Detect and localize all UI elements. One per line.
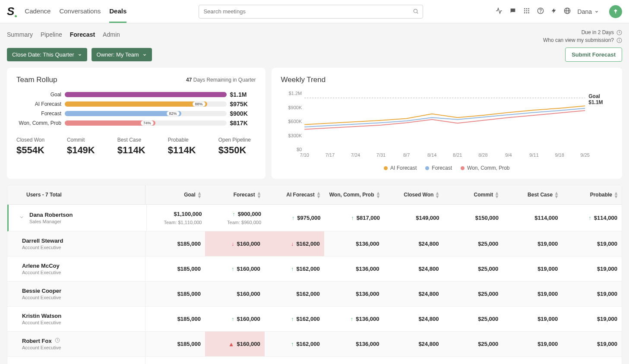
svg-text:7/10: 7/10 [300,152,309,158]
arrow-down-icon: ↓ [231,241,234,247]
table-row[interactable]: Robert Fox Account Executive$185,000▲$16… [7,332,622,357]
topbar: S CadenceConversationsDeals Dana [0,0,629,23]
subnav-pipeline[interactable]: Pipeline [41,29,62,40]
table-row[interactable]: Bessie CooperAccount Executive$185,000$1… [7,282,622,307]
data-cell: ↑$160,000 [205,357,265,364]
column-header[interactable]: Commit▴▾ [443,185,503,204]
rollup-card: Team Rollup 47 Days Remaining in Quarter… [7,68,266,179]
rollup-label: Goal [16,92,61,98]
logo[interactable]: S [7,5,16,18]
data-cell: $25,000 [443,332,503,356]
svg-text:9/11: 9/11 [529,152,538,158]
svg-point-12 [540,12,540,13]
column-header[interactable]: Best Case▴▾ [503,185,562,204]
search-icon[interactable] [413,8,419,16]
table-row[interactable]: Kristin WatsonAccount Executive$185,000↑… [7,307,622,332]
svg-text:7/24: 7/24 [351,152,360,158]
apps-icon[interactable] [523,7,530,16]
topnav-conversations[interactable]: Conversations [59,0,101,23]
column-header[interactable]: Forecast▴▾ [205,185,265,204]
table-row[interactable]: Dana RobertsonSales Manager$1,100,000Tea… [7,205,622,231]
data-cell: $24,800 [384,307,443,331]
table-row[interactable]: Jerome BallAccount Executive$185,000↑$16… [7,357,622,364]
data-cell: ↑$136,000 [324,307,384,331]
warning-icon: ▲ [228,341,234,348]
forecast-table: Users - 7 TotalGoal▴▾Forecast▴▾AI Foreca… [7,185,622,364]
user-cell: Robert Fox Account Executive [7,332,145,356]
svg-text:$0: $0 [297,147,302,152]
topnav-deals[interactable]: Deals [109,0,126,23]
filter-owner[interactable]: Owner: My Team [92,48,152,61]
arrow-up-icon: ↑ [232,211,235,217]
column-header[interactable]: Users - 7 Total [7,185,145,204]
subnav-admin[interactable]: Admin [103,29,120,40]
data-cell: $19,000 [562,357,622,364]
svg-point-10 [528,12,529,13]
data-cell: $185,000 [145,332,205,356]
data-cell: ↑$162,000 [265,332,324,356]
subnav-row: SummaryPipelineForecastAdmin Due in 2 Da… [0,23,629,46]
user-name: Robert Fox [22,338,61,344]
user-role: Sales Manager [29,219,73,224]
launch-button[interactable] [609,5,622,18]
arrow-up-icon: ↑ [231,316,234,322]
activity-icon[interactable] [496,7,503,16]
stat-value: $114K [168,145,205,156]
user-cell: Jerome BallAccount Executive [7,357,145,364]
filter-close-date[interactable]: Close Date: This Quarter [7,48,87,61]
legend-dot-icon [461,166,465,170]
sort-icon: ▴▾ [555,191,558,198]
data-cell: $19,000 [503,256,562,281]
sort-icon: ▴▾ [436,191,439,198]
topnav-cadence[interactable]: Cadence [25,0,51,23]
svg-point-19 [619,39,620,39]
rollup-title: Team Rollup [16,76,57,84]
sort-icon: ▴▾ [615,191,617,198]
column-header[interactable]: Won, Comm, Prob▴▾ [324,185,384,204]
svg-text:8/7: 8/7 [403,152,409,158]
chevron-down-icon[interactable] [19,215,24,221]
data-cell: $19,000 [503,282,562,306]
arrow-up-icon: ↑ [351,215,354,221]
user-role: Account Executive [22,345,61,350]
sort-icon: ▴▾ [258,191,260,198]
svg-text:9/4: 9/4 [505,152,512,158]
column-header[interactable]: Probable▴▾ [562,185,622,204]
pct-badge: 74% [141,120,154,126]
data-cell: $19,000 [562,282,622,306]
column-header[interactable]: Goal▴▾ [145,185,205,204]
data-cell: ↑$162,000 [265,307,324,331]
help-icon[interactable] [537,7,544,16]
chevron-down-icon [142,53,147,57]
column-header[interactable]: AI Forecast▴▾ [265,185,324,204]
sort-icon: ▴▾ [317,191,320,198]
legend-dot-icon [384,166,388,170]
due-label: Due in 2 Days [543,29,622,35]
table-row[interactable]: Arlene McCoyAccount Executive$185,000↑$1… [7,256,622,282]
stat-value: $350K [218,145,256,156]
stat: Commit$149K [67,137,104,156]
who-can-view[interactable]: Who can view my submission? [543,37,622,43]
subnav-forecast[interactable]: Forecast [70,29,95,40]
globe-icon[interactable] [564,7,571,16]
user-name: Kristin Watson [22,313,61,319]
user-cell: Bessie CooperAccount Executive [7,282,145,306]
user-menu[interactable]: Dana [578,8,599,15]
data-cell: $19,000 [562,332,622,356]
submit-forecast-button[interactable]: Submit Forecast [565,47,622,62]
column-header[interactable]: Closed Won▴▾ [384,185,443,204]
table-row[interactable]: Darrell StewardAccount Executive$185,000… [7,231,622,256]
rollup-row: Goal $1.1M [16,91,256,98]
svg-text:$600K: $600K [288,119,302,124]
stat-value: $149K [67,145,104,156]
user-name: Darrell Steward [22,237,63,244]
legend-item: Won, Comm, Prob [461,165,509,171]
data-cell: $150,000 [444,205,503,231]
chat-icon[interactable] [509,7,516,16]
data-cell: $185,000 [145,307,205,331]
user-cell: Darrell StewardAccount Executive [7,231,145,256]
search-input[interactable] [199,5,423,19]
bolt-icon[interactable] [551,7,557,16]
days-remaining: 47 Days Remaining in Quarter [186,77,256,83]
subnav-summary[interactable]: Summary [7,29,33,40]
